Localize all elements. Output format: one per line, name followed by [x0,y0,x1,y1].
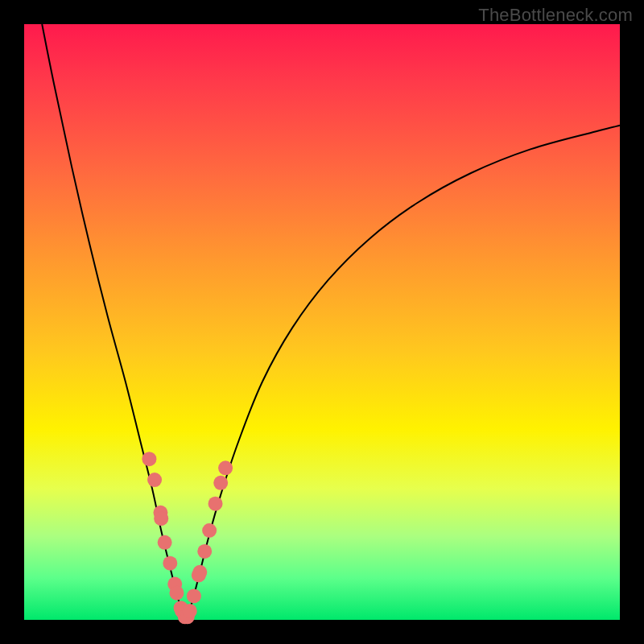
data-dot [192,565,207,580]
chart-svg [24,24,620,620]
data-dot [169,586,184,601]
data-dot [142,452,156,466]
data-dot [163,556,177,571]
data-dot [187,588,201,603]
chart-frame: TheBottleneck.com [0,0,644,644]
plot-area [24,24,620,620]
dots-left [142,452,192,624]
right-curve [186,126,620,620]
data-dot [213,476,228,490]
data-dot [147,473,162,487]
data-dot [154,511,168,526]
data-dot [197,544,212,559]
data-dot [218,460,233,475]
data-dot [183,604,197,618]
data-dot [202,523,217,538]
data-dot [208,497,223,511]
watermark-text: TheBottleneck.com [478,5,633,26]
data-dot [158,535,172,550]
left-curve [42,24,186,620]
